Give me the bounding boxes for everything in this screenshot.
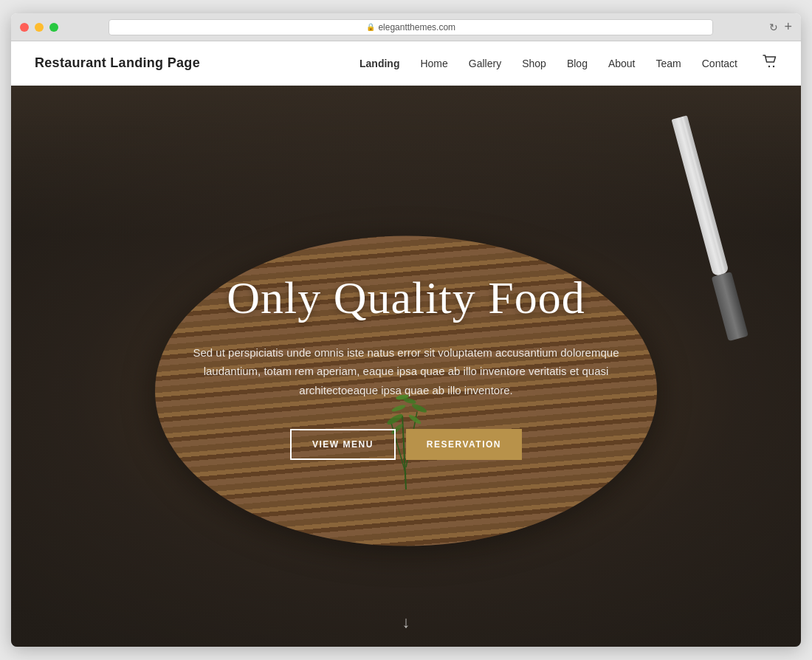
svg-point-1	[773, 66, 774, 67]
browser-titlebar: 🔒 elegantthemes.com ↻ +	[11, 13, 801, 41]
svg-point-0	[768, 66, 770, 67]
nav-item-blog[interactable]: Blog	[567, 58, 588, 69]
nav-item-shop[interactable]: Shop	[522, 58, 546, 69]
nav-item-home[interactable]: Home	[420, 58, 447, 69]
brand-logo[interactable]: Restaurant Landing Page	[35, 55, 200, 71]
knife-handle	[712, 272, 749, 341]
nav-item-landing[interactable]: Landing	[359, 58, 399, 69]
window-minimize-button[interactable]	[35, 23, 44, 32]
window-close-button[interactable]	[20, 23, 29, 32]
url-text: elegantthemes.com	[378, 22, 455, 32]
refresh-button[interactable]: ↻	[769, 21, 778, 33]
website-content: Restaurant Landing Page Landing Home Gal…	[11, 41, 801, 647]
scroll-arrow[interactable]: ↓	[402, 613, 410, 632]
nav-links: Landing Home Gallery Shop Blog About Tea…	[359, 55, 777, 72]
nav-item-gallery[interactable]: Gallery	[469, 58, 501, 69]
navigation: Restaurant Landing Page Landing Home Gal…	[11, 41, 801, 86]
nav-item-team[interactable]: Team	[656, 58, 681, 69]
nav-item-contact[interactable]: Contact	[702, 58, 737, 69]
window-maximize-button[interactable]	[49, 23, 58, 32]
hero-buttons: VIEW MENU RESERVATiOn	[185, 429, 627, 460]
hero-content: Only Quality Food Sed ut perspiciatis un…	[170, 272, 642, 461]
hero-subtitle: Sed ut perspiciatis unde omnis iste natu…	[185, 343, 627, 400]
view-menu-button[interactable]: VIEW MENU	[290, 429, 396, 460]
nav-item-about[interactable]: About	[608, 58, 636, 69]
new-tab-button[interactable]: +	[784, 19, 792, 35]
reservation-button[interactable]: RESERVATiOn	[406, 429, 522, 460]
lock-icon: 🔒	[366, 23, 375, 31]
address-bar[interactable]: 🔒 elegantthemes.com	[109, 19, 713, 35]
browser-window: 🔒 elegantthemes.com ↻ + Restaurant Landi…	[11, 13, 801, 647]
hero-section: Only Quality Food Sed ut perspiciatis un…	[11, 86, 801, 647]
cart-icon[interactable]	[763, 56, 777, 71]
hero-title: Only Quality Food	[185, 272, 627, 323]
